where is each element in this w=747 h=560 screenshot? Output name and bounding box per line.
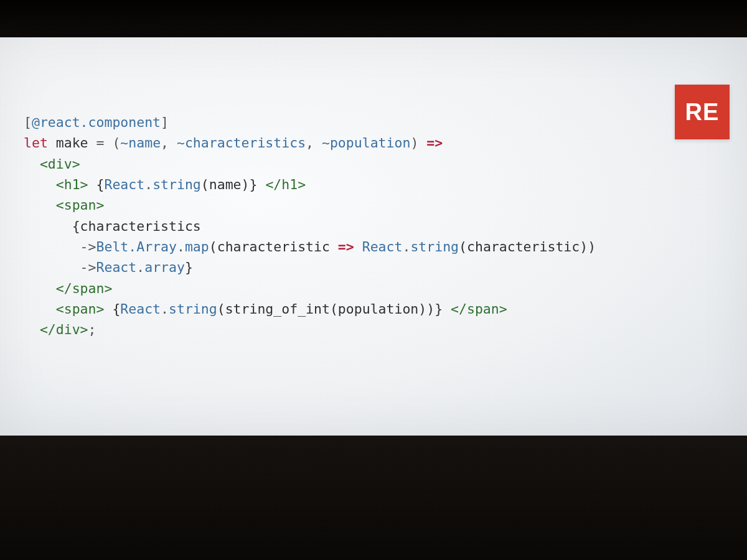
code-line-7: ->Belt.Array.map(characteristic => React…: [24, 239, 596, 254]
code-line-5: <span>: [24, 197, 104, 213]
reasonml-logo: RE: [675, 85, 730, 139]
logo-text: RE: [685, 99, 720, 126]
room-backdrop: RE [@react.component] let make = (~name,…: [0, 0, 747, 560]
code-line-3: <div>: [24, 156, 80, 172]
code-line-6: {characteristics: [24, 218, 201, 234]
ceiling-shadow: [0, 0, 747, 37]
projector-screen: RE [@react.component] let make = (~name,…: [0, 37, 747, 436]
code-line-9: </span>: [24, 281, 112, 296]
code-line-2: let make = (~name, ~characteristics, ~po…: [24, 135, 443, 151]
code-line-11: </div>;: [24, 322, 96, 337]
code-line-4: <h1> {React.string(name)} </h1>: [24, 177, 306, 192]
code-line-8: ->React.array}: [24, 259, 193, 275]
code-line-1: [@react.component]: [24, 114, 169, 130]
room-lower-area: [0, 436, 747, 560]
code-slide: [@react.component] let make = (~name, ~c…: [24, 112, 596, 340]
code-line-10: <span> {React.string(string_of_int(popul…: [24, 301, 507, 317]
